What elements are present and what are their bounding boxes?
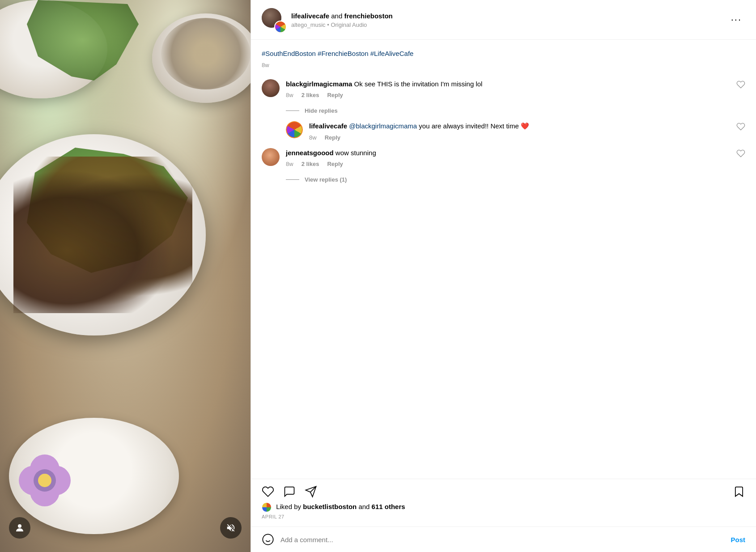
comment-body-jenna: jenneatsgoood wow stunning 8w 2 likes Re… <box>286 148 730 168</box>
food-main <box>13 157 192 313</box>
likes-line: Liked by bucketlistboston and 611 others <box>262 502 745 512</box>
likes-user1[interactable]: bucketlistboston <box>303 503 357 510</box>
avatar-lifealivecafe-reply[interactable] <box>286 121 303 138</box>
comment-content: Ok see THIS is the invitation I'm missin… <box>354 80 483 88</box>
view-replies-text: View replies (1) <box>305 176 347 183</box>
bookmark-icon-button[interactable] <box>733 485 745 498</box>
audio-title: Original Audio <box>331 21 367 28</box>
caption-timestamp: 8w <box>262 62 745 68</box>
reply-reply-button[interactable]: Reply <box>325 134 340 141</box>
post-hashtags: #SouthEndBoston #FrenchieBoston #LifeAli… <box>262 49 745 59</box>
flower-decoration <box>27 463 63 498</box>
comment-text: blackgirlmagicmama Ok see THIS is the in… <box>286 79 730 89</box>
avatar-frenchieboston[interactable] <box>274 21 287 33</box>
svg-point-3 <box>263 534 273 544</box>
photo-controls-left <box>9 517 30 539</box>
hide-replies-line <box>286 110 299 111</box>
more-options-button[interactable]: ··· <box>727 13 745 26</box>
reply-content: you are always invited!! Next time ❤️ <box>419 122 529 130</box>
action-icons <box>262 485 745 498</box>
reply-comment-row: lifealivecafe @blackgirlmagicmama you ar… <box>286 121 745 141</box>
hide-replies-toggle[interactable]: Hide replies <box>286 107 745 114</box>
comment-input-field[interactable] <box>280 536 724 544</box>
comment-likes-jenna: 2 likes <box>302 161 319 167</box>
comment-username[interactable]: blackgirlmagicmama <box>286 80 352 88</box>
comment-row: jenneatsgoood wow stunning 8w 2 likes Re… <box>262 148 745 168</box>
emoji-button[interactable] <box>262 533 274 546</box>
like-icon-button[interactable] <box>262 485 274 498</box>
comment-like-button[interactable] <box>736 80 745 89</box>
comment-meta: 8w 2 likes Reply <box>286 92 730 98</box>
view-replies-toggle[interactable]: View replies (1) <box>286 176 745 183</box>
hide-replies-text: Hide replies <box>305 107 338 114</box>
username-connector: and <box>329 12 344 20</box>
reply-comment-body: lifealivecafe @blackgirlmagicmama you ar… <box>309 121 730 141</box>
photo-panel <box>0 0 251 552</box>
post-header: lifealivecafe and frenchieboston altego_… <box>251 0 756 40</box>
comment-time: 8w <box>286 92 293 98</box>
food-bowl-top-right <box>152 13 251 103</box>
avatar-jenneatsgoood[interactable] <box>262 148 280 166</box>
comment-content-jenna: wow stunning <box>336 149 376 157</box>
content-panel: lifealivecafe and frenchieboston altego_… <box>251 0 756 552</box>
reply-username[interactable]: lifealivecafe <box>309 122 347 130</box>
reply-button[interactable]: Reply <box>327 92 343 98</box>
share-icon-button[interactable] <box>305 485 317 498</box>
comment-likes: 2 likes <box>302 92 319 98</box>
username-lifealivecafe[interactable]: lifealivecafe <box>291 12 329 20</box>
reply-like-button[interactable] <box>736 122 745 131</box>
add-comment-bar: Post <box>251 527 756 552</box>
header-info: lifealivecafe and frenchieboston altego_… <box>291 11 721 28</box>
header-audio-info: altego_music • Original Audio <box>291 21 721 28</box>
header-usernames: lifealivecafe and frenchieboston <box>291 11 721 21</box>
comment-username-jenna[interactable]: jenneatsgoood <box>286 149 334 157</box>
reply-time: 8w <box>309 134 317 141</box>
post-comment-button[interactable]: Post <box>731 536 745 544</box>
comment-meta-jenna: 8w 2 likes Reply <box>286 161 730 167</box>
avatar-blackgirlmagicmama[interactable] <box>262 79 280 97</box>
comment-row: blackgirlmagicmama Ok see THIS is the in… <box>262 79 745 99</box>
comment-icon-button[interactable] <box>283 485 296 498</box>
reply-comment-text: lifealivecafe @blackgirlmagicmama you ar… <box>309 121 730 132</box>
likes-prefix: Liked by <box>276 503 303 510</box>
comment-text-jenna: jenneatsgoood wow stunning <box>286 148 730 158</box>
username-frenchieboston[interactable]: frenchieboston <box>344 12 392 20</box>
reply-button-jenna[interactable]: Reply <box>327 161 343 167</box>
comment-like-button-jenna[interactable] <box>736 149 745 158</box>
svg-point-0 <box>18 524 21 528</box>
audio-user: altego_music <box>291 21 326 28</box>
header-avatar-group <box>262 8 285 31</box>
action-bar: Liked by bucketlistboston and 611 others… <box>251 479 756 527</box>
user-profile-button[interactable] <box>9 517 30 539</box>
photo-controls-right <box>220 517 242 539</box>
likes-count: 611 others <box>372 503 405 510</box>
comment-time-jenna: 8w <box>286 161 293 167</box>
comments-area: #SouthEndBoston #FrenchieBoston #LifeAli… <box>251 40 756 479</box>
mute-button[interactable] <box>220 517 242 539</box>
view-replies-line <box>286 179 299 180</box>
reply-meta: 8w Reply <box>309 134 730 141</box>
likes-connector: and <box>357 503 371 510</box>
likes-avatar <box>262 502 272 512</box>
reply-mention: @blackgirlmagicmama <box>349 122 417 130</box>
post-date: APRIL 27 <box>262 514 745 519</box>
comment-body: blackgirlmagicmama Ok see THIS is the in… <box>286 79 730 99</box>
